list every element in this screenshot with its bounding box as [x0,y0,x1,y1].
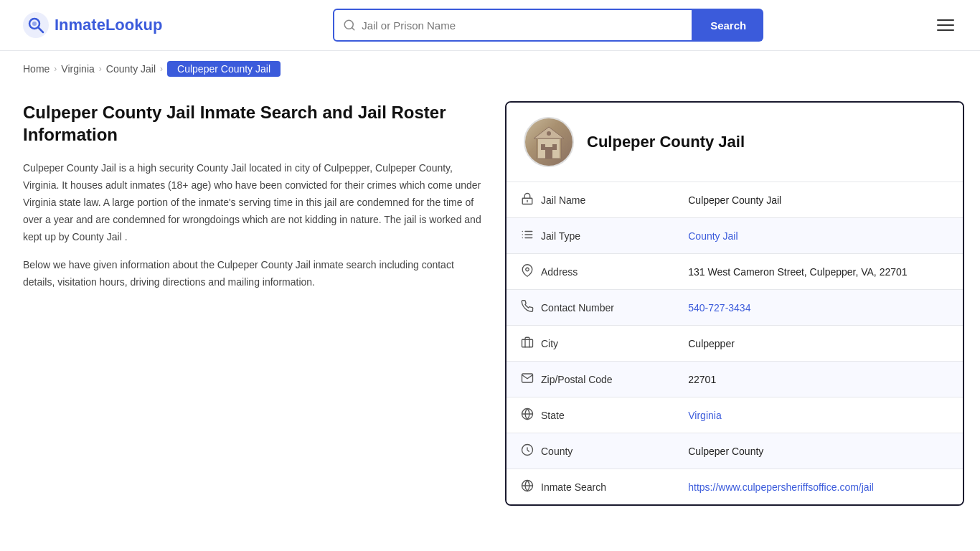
hamburger-line3 [937,29,954,31]
row-label-cell: State [507,397,650,433]
svg-rect-8 [552,144,557,150]
breadcrumb-state[interactable]: Virginia [61,63,94,75]
row-value-cell: Culpepper [674,326,963,362]
menu-button[interactable] [934,17,957,34]
row-value-cell: Culpeper County Jail [674,182,963,218]
row-label-cell: Jail Name [507,182,650,217]
row-label: Contact Number [541,302,614,314]
row-label: Jail Name [541,194,585,206]
search-icon [343,19,356,32]
breadcrumb: Home › Virginia › County Jail › Culpeper… [0,51,980,87]
row-value-cell[interactable]: Virginia [674,397,963,433]
breadcrumb-current: Culpeper County Jail [167,61,281,77]
search-input[interactable] [362,19,683,32]
row-label: Inmate Search [541,481,606,493]
mail-icon [521,372,534,387]
row-value-cell: Culpeper County [674,433,963,469]
row-label: Jail Type [541,230,580,242]
row-label: Address [541,266,578,278]
svg-rect-12 [537,138,538,159]
row-label: State [541,410,565,421]
svg-rect-13 [560,138,561,159]
row-label-cell: Jail Type [507,218,650,253]
logo-icon [23,12,49,38]
breadcrumb-type[interactable]: County Jail [106,63,156,75]
phone-icon [521,300,534,315]
table-row: Jail NameCulpeper County Jail [507,182,963,218]
breadcrumb-sep3: › [160,64,163,74]
row-link[interactable]: County Jail [688,230,738,242]
list-icon [521,228,534,243]
row-label-cell: Zip/Postal Code [507,362,650,397]
table-row: CountyCulpeper County [507,433,963,469]
svg-rect-7 [541,144,545,150]
logo-text: InmateLookup [55,16,162,34]
row-link[interactable]: https://www.culpepersheriffsoffice.com/j… [688,481,874,493]
table-row: Contact Number540-727-3434 [507,290,963,326]
info-table: Jail NameCulpeper County JailJail TypeCo… [507,182,963,504]
svg-line-5 [352,27,354,29]
jail-avatar [524,117,574,167]
globe-icon [521,408,534,423]
row-value-cell: 22701 [674,362,963,397]
page-heading: Culpeper County Jail Inmate Search and J… [23,101,482,146]
main-content: Culpeper County Jail Inmate Search and J… [0,87,980,534]
city-icon [521,336,534,351]
row-label-cell: Address [507,254,650,289]
svg-rect-9 [545,147,552,159]
location-icon [521,264,534,279]
jail-icon [521,192,534,207]
table-row: CityCulpepper [507,326,963,362]
row-value-cell[interactable]: https://www.culpepersheriffsoffice.com/j… [674,469,963,505]
table-row: Zip/Postal Code22701 [507,362,963,397]
row-label: City [541,338,558,349]
row-value-cell[interactable]: County Jail [674,218,963,254]
search-area: Search [333,9,763,42]
building-icon [531,124,567,160]
hamburger-line1 [937,19,954,21]
table-row: Address131 West Cameron Street, Culpeppe… [507,254,963,290]
table-row: Jail TypeCounty Jail [507,218,963,254]
logo[interactable]: InmateLookup [23,12,162,38]
row-link[interactable]: 540-727-3434 [688,302,750,314]
county-icon [521,443,534,458]
row-label-cell: Inmate Search [507,469,650,504]
search-globe-icon [521,479,534,494]
row-label: Zip/Postal Code [541,374,613,385]
row-label-cell: County [507,433,650,468]
info-card: Culpeper County Jail Jail NameCulpeper C… [505,101,964,506]
site-header: InmateLookup Search [0,0,980,51]
row-link[interactable]: Virginia [688,410,721,421]
search-wrapper [333,9,693,42]
svg-point-3 [32,22,37,26]
row-label-cell: Contact Number [507,290,650,325]
breadcrumb-home[interactable]: Home [23,63,50,75]
svg-rect-23 [522,339,533,347]
table-row: Inmate Searchhttps://www.culpepersheriff… [507,469,963,505]
hamburger-line2 [937,24,954,26]
breadcrumb-sep2: › [99,64,102,74]
breadcrumb-sep1: › [54,64,57,74]
table-row: StateVirginia [507,397,963,433]
left-panel: Culpeper County Jail Inmate Search and J… [23,101,482,303]
card-title: Culpeper County Jail [587,133,745,151]
description-para2: Below we have given information about th… [23,257,482,291]
svg-rect-11 [547,131,551,136]
row-label: County [541,446,573,457]
card-header: Culpeper County Jail [507,103,963,182]
search-button[interactable]: Search [693,9,763,42]
description-para1: Culpeper County Jail is a high security … [23,160,482,245]
row-value-cell: 131 West Cameron Street, Culpepper, VA, … [674,254,963,290]
svg-point-22 [526,268,529,271]
row-value-cell[interactable]: 540-727-3434 [674,290,963,326]
row-label-cell: City [507,326,650,361]
